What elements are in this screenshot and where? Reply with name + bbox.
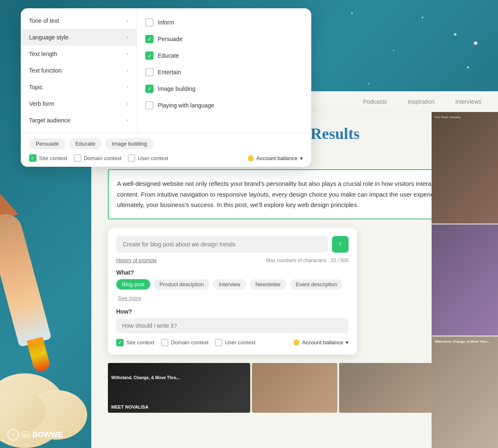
chevron-down-icon: ▾ xyxy=(300,155,303,161)
how-input[interactable] xyxy=(116,318,349,333)
site-context-panel-label: Site context xyxy=(39,155,67,161)
selected-tags: Persuade Educate Image building xyxy=(29,138,303,149)
logo-text: BOWWE xyxy=(32,431,63,439)
check-educate[interactable]: ✓ Educate xyxy=(145,47,303,64)
what-tags-row: Blog post Product desciption Interview N… xyxy=(116,279,349,303)
tag-product-description[interactable]: Product desciption xyxy=(154,279,210,290)
chevron-right-icon: › xyxy=(127,101,128,107)
language-style-dropdown: Tone of text › Language style › Text len… xyxy=(21,8,311,167)
menu-item-topic[interactable]: Topic › xyxy=(21,79,137,95)
menu-item-text-length[interactable]: Text length › xyxy=(21,46,137,62)
content-paragraph: A well-designed website not only reflect… xyxy=(108,169,481,219)
arrow-up-icon: ↑ xyxy=(339,240,342,248)
prompt-submit-button[interactable]: ↑ xyxy=(332,236,349,253)
coins-icon: 🪙 xyxy=(247,155,254,161)
prompt-meta: History of prompts Max numbers of charac… xyxy=(116,258,349,263)
check-entertain-box[interactable] xyxy=(145,68,154,76)
check-playing-language[interactable]: Playing with language xyxy=(145,97,303,114)
what-label: What? xyxy=(116,269,349,276)
tag-newsletter[interactable]: Newsletter xyxy=(249,279,286,290)
selected-tag-educate: Educate xyxy=(69,138,102,149)
history-link[interactable]: History of prompts xyxy=(116,258,156,263)
site-context-panel[interactable]: ✓ Site context xyxy=(29,154,67,162)
check-image-building-box[interactable]: ✓ xyxy=(145,85,154,93)
site-context-panel-checkbox[interactable]: ✓ xyxy=(29,154,37,162)
check-playing-language-box[interactable] xyxy=(145,101,154,110)
domain-context-ai[interactable]: Domain context xyxy=(161,339,208,346)
menu-item-text-function[interactable]: Text function › xyxy=(21,62,137,79)
tag-see-more[interactable]: See more xyxy=(116,293,143,303)
menu-item-target-audience[interactable]: Target audience › xyxy=(21,112,137,129)
nav-item-inspiration[interactable]: Inspiration xyxy=(408,98,435,105)
star xyxy=(351,12,353,14)
nav-item-interviews[interactable]: Interviews xyxy=(455,98,481,105)
account-balance-panel-button[interactable]: 🪙 Account ballance ▾ xyxy=(247,155,303,161)
star xyxy=(368,83,369,84)
star xyxy=(393,50,394,51)
panel-bottom: Persuade Educate Image building ✓ Site c… xyxy=(21,133,311,167)
right-img-3: Withstand, Change, & Move Thro... xyxy=(432,336,498,448)
site-context-ai-checkbox[interactable]: ✓ xyxy=(116,339,124,346)
star xyxy=(454,33,456,36)
bottom-context-row: ✓ Site context Domain context User conte… xyxy=(29,154,303,162)
tag-event-description[interactable]: Event description xyxy=(290,279,343,290)
chevron-right-icon: › xyxy=(127,51,128,57)
char-count: Max numbers of characters: 22 / 500 xyxy=(266,258,349,263)
check-educate-box[interactable]: ✓ xyxy=(145,51,154,60)
tag-blog-post[interactable]: Blog post xyxy=(116,279,150,290)
user-context-panel[interactable]: User context xyxy=(128,154,168,162)
bottom-images-row: MEET NOVALISA Withstand, Change, & Move … xyxy=(108,363,481,413)
domain-context-panel-label: Domain context xyxy=(84,155,121,161)
check-persuade[interactable]: ✓ Persuade xyxy=(145,31,303,47)
menu-item-language-style[interactable]: Language style › xyxy=(21,29,137,46)
tag-interview[interactable]: Interview xyxy=(213,279,246,290)
domain-context-panel[interactable]: Domain context xyxy=(74,154,121,162)
how-label: How? xyxy=(116,308,349,315)
domain-context-panel-checkbox[interactable] xyxy=(74,154,81,162)
how-section: How? xyxy=(116,308,349,333)
site-context-ai[interactable]: ✓ Site context xyxy=(116,339,154,346)
site-context-ai-label: Site context xyxy=(126,339,154,346)
check-entertain[interactable]: Entertain xyxy=(145,64,303,80)
panel-menu: Tone of text › Language style › Text len… xyxy=(21,8,137,133)
chevron-right-icon: › xyxy=(127,68,128,73)
bowwe-logo: © cc BOWWE xyxy=(7,429,63,441)
star xyxy=(467,66,469,68)
star xyxy=(474,41,477,45)
chevron-down-icon: ▾ xyxy=(346,339,349,346)
user-context-panel-label: User context xyxy=(138,155,168,161)
chevron-right-icon: › xyxy=(127,18,128,24)
thumbnail-2 xyxy=(252,363,337,413)
prompt-input[interactable] xyxy=(116,236,328,253)
thumbnail-1-label: MEET NOVALISA xyxy=(111,404,149,409)
domain-context-ai-checkbox[interactable] xyxy=(161,339,168,346)
check-image-building[interactable]: ✓ Image building xyxy=(145,80,303,97)
chevron-right-icon: › xyxy=(127,84,128,90)
chevron-right-icon: › xyxy=(127,34,128,40)
ai-prompt-box: ↑ History of prompts Max numbers of char… xyxy=(108,228,357,355)
rocket-illustration xyxy=(0,158,91,448)
user-context-ai[interactable]: User context xyxy=(215,339,255,346)
selected-tag-persuade: Persuade xyxy=(29,138,66,149)
check-inform-box[interactable] xyxy=(145,18,154,27)
thumbnail-1: MEET NOVALISA Withstand, Change, & Move … xyxy=(108,363,250,413)
user-context-ai-checkbox[interactable] xyxy=(215,339,222,346)
domain-context-ai-label: Domain context xyxy=(171,339,208,346)
nav-item-podcasts[interactable]: Podcasts xyxy=(363,98,387,105)
account-balance-ai-button[interactable]: 🪙 Account ballance ▾ xyxy=(293,339,349,346)
right-img-2 xyxy=(432,224,498,336)
user-context-ai-label: User context xyxy=(225,339,255,346)
what-section: What? Blog post Product desciption Inter… xyxy=(116,269,349,303)
cc-badge: cc xyxy=(22,431,30,438)
logo-icon: © xyxy=(7,429,19,441)
check-persuade-box[interactable]: ✓ xyxy=(145,35,154,43)
right-img-1: For Town Jewelry xyxy=(432,112,498,224)
prompt-input-row: ↑ xyxy=(116,236,349,253)
menu-item-tone[interactable]: Tone of text › xyxy=(21,12,137,29)
user-context-panel-checkbox[interactable] xyxy=(128,154,135,162)
star xyxy=(422,17,423,18)
check-inform[interactable]: Inform xyxy=(145,14,303,31)
panel-body: Tone of text › Language style › Text len… xyxy=(21,8,311,133)
right-img-1-label: For Town Jewelry xyxy=(435,115,461,119)
menu-item-verb-form[interactable]: Verb form › xyxy=(21,95,137,112)
